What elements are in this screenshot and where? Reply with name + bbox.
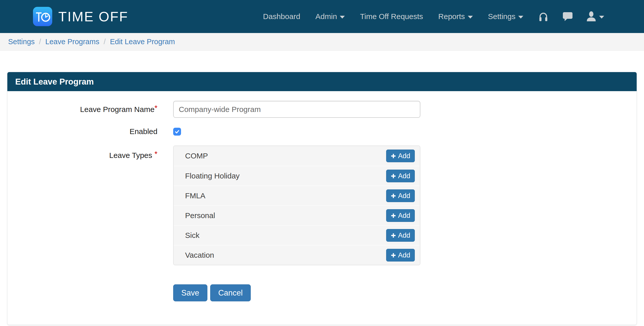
nav-item-label: Settings — [488, 12, 515, 21]
brand-name: TIME OFF — [58, 9, 128, 24]
form-actions: Save Cancel — [173, 284, 629, 301]
navbar-container: TIME OFF Dashboard Admin Time Off Reques… — [33, 0, 611, 33]
list-item: Vacation Add — [174, 245, 420, 265]
plus-icon — [391, 173, 396, 179]
required-asterisk: * — [154, 104, 157, 112]
leave-type-name: FMLA — [185, 191, 205, 200]
panel-heading: Edit Leave Program — [7, 72, 637, 91]
cancel-button[interactable]: Cancel — [210, 284, 251, 301]
caret-down-icon — [599, 16, 604, 19]
nav-item-label: Reports — [438, 12, 465, 21]
form-row-enabled: Enabled — [15, 127, 629, 136]
list-item: Personal Add — [174, 205, 420, 225]
label-text: Enabled — [130, 127, 157, 136]
caret-down-icon — [518, 16, 523, 19]
add-button-label: Add — [398, 192, 410, 200]
breadcrumb-settings[interactable]: Settings — [8, 38, 35, 46]
leave-type-name: Floating Holiday — [185, 172, 240, 180]
label-text: Leave Program Name — [80, 105, 154, 113]
add-button-label: Add — [398, 212, 410, 220]
add-button[interactable]: Add — [386, 209, 415, 222]
edit-leave-program-panel: Edit Leave Program Leave Program Name* E… — [7, 72, 637, 325]
form-row-name: Leave Program Name* — [15, 101, 629, 118]
nav-item-dashboard[interactable]: Dashboard — [255, 12, 308, 21]
enabled-label: Enabled — [15, 127, 173, 136]
nav-item-time-off-requests[interactable]: Time Off Requests — [352, 12, 431, 21]
user-icon[interactable] — [580, 11, 611, 22]
nav-item-label: Time Off Requests — [360, 12, 423, 21]
save-button[interactable]: Save — [173, 284, 207, 301]
required-asterisk: * — [154, 150, 157, 158]
plus-icon — [391, 253, 396, 258]
add-button[interactable]: Add — [386, 189, 415, 202]
leave-types-list: COMP Add Floating Holiday Add FMLA — [173, 145, 420, 265]
add-button[interactable]: Add — [386, 170, 415, 182]
nav-item-admin[interactable]: Admin — [308, 12, 352, 21]
leave-type-name: COMP — [185, 152, 208, 160]
nav-item-label: Dashboard — [263, 12, 300, 21]
nav-links: Dashboard Admin Time Off Requests Report… — [255, 11, 611, 22]
list-item: Floating Holiday Add — [174, 166, 420, 186]
panel-body: Leave Program Name* Enabled Leave Types* — [7, 91, 637, 325]
caret-down-icon — [468, 16, 473, 19]
add-button[interactable]: Add — [386, 249, 415, 262]
list-item: COMP Add — [174, 146, 420, 166]
chat-icon[interactable] — [556, 11, 580, 22]
add-button-label: Add — [398, 251, 410, 259]
page-title: Edit Leave Program — [15, 77, 94, 87]
leave-program-name-input[interactable] — [173, 101, 420, 118]
leave-program-name-label: Leave Program Name* — [15, 105, 173, 114]
nav-item-label: Admin — [315, 12, 337, 21]
add-button-label: Add — [398, 232, 410, 239]
top-navbar: TIME OFF Dashboard Admin Time Off Reques… — [0, 0, 644, 33]
nav-item-reports[interactable]: Reports — [431, 12, 480, 21]
leave-type-name: Sick — [185, 231, 200, 240]
plus-icon — [391, 233, 396, 238]
list-item: Sick Add — [174, 225, 420, 245]
breadcrumb: Settings / Leave Programs / Edit Leave P… — [0, 33, 644, 51]
caret-down-icon — [340, 16, 345, 19]
plus-icon — [391, 153, 396, 159]
form-row-leave-types: Leave Types* COMP Add Floating Holiday A… — [15, 145, 629, 265]
add-button-label: Add — [398, 172, 410, 180]
breadcrumb-leave-programs[interactable]: Leave Programs — [45, 38, 99, 46]
nav-item-settings[interactable]: Settings — [480, 12, 531, 21]
leave-type-name: Vacation — [185, 251, 214, 259]
breadcrumb-separator: / — [104, 38, 106, 46]
add-button-label: Add — [398, 152, 410, 160]
add-button[interactable]: Add — [386, 229, 415, 242]
checkmark-icon — [174, 129, 180, 135]
app-logo-icon — [33, 7, 52, 26]
leave-type-name: Personal — [185, 211, 215, 220]
headset-icon[interactable] — [531, 11, 556, 22]
plus-icon — [391, 213, 396, 218]
enabled-checkbox[interactable] — [173, 128, 181, 136]
plus-icon — [391, 193, 396, 199]
leave-types-label: Leave Types* — [15, 145, 173, 165]
list-item: FMLA Add — [174, 186, 420, 205]
brand-logo[interactable]: TIME OFF — [33, 7, 128, 26]
breadcrumb-edit-leave-program[interactable]: Edit Leave Program — [110, 38, 175, 46]
breadcrumb-separator: / — [39, 38, 41, 46]
label-text: Leave Types — [109, 151, 152, 159]
add-button[interactable]: Add — [386, 150, 415, 162]
